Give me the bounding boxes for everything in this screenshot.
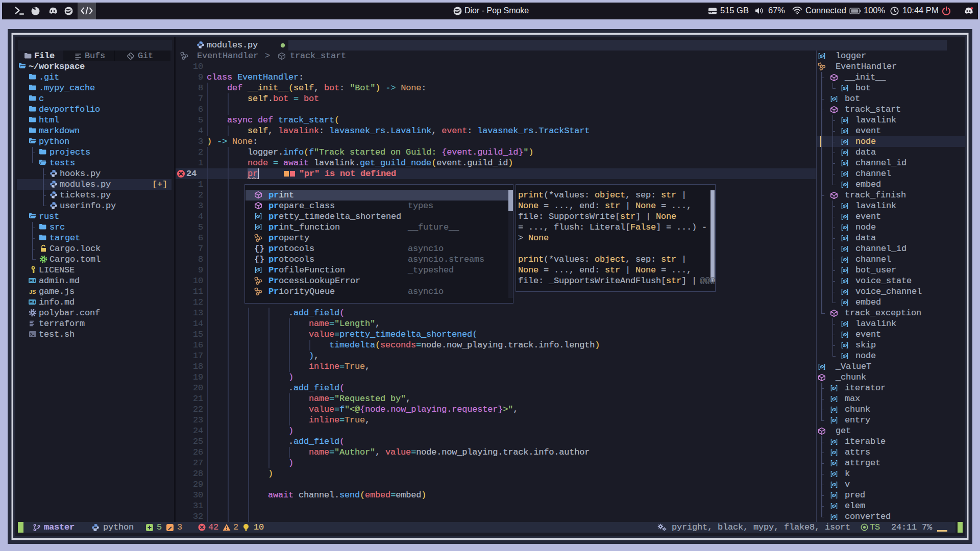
svg-text:JS: JS: [29, 289, 36, 295]
